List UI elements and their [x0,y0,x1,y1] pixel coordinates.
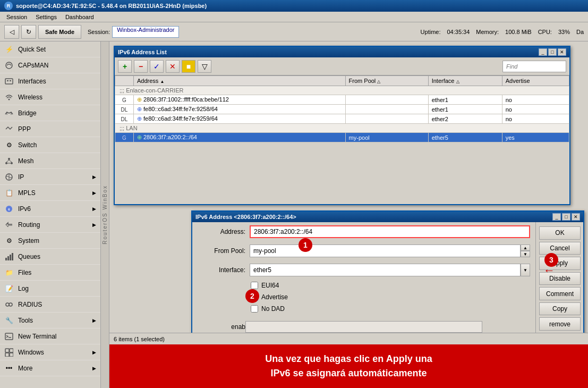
app-icon: R [4,2,13,10]
filter-button[interactable]: ▽ [198,60,211,73]
section-carrier-label: ;;; Enlace-con-CARRIER [115,86,569,95]
row-flag: DL [115,105,134,114]
ipv6-table-container: Address ▲ From Pool △ Interface △ Advert… [115,75,569,142]
from-pool-down[interactable]: ▼ [521,251,530,257]
svg-rect-25 [5,349,9,352]
enable-input[interactable] [245,321,482,333]
cpu-value: 33% [558,29,570,35]
status-text: 6 items (1 selected) [114,336,165,342]
sidebar-item-ppp[interactable]: PPP [0,121,100,137]
capsman-icon [4,61,14,70]
cancel-button[interactable]: Cancel [539,242,581,255]
safe-mode-button[interactable]: Safe Mode [38,25,81,39]
sidebar-item-radius[interactable]: RADIUS [0,297,100,313]
comment-button[interactable]: Comment [539,287,581,300]
sidebar-label-ppp: PPP [18,125,31,133]
callout-text: Una vez que hagas clic en Apply unaIPv6 … [265,352,432,381]
table-row[interactable]: G ⊕2806:3f7:1002::ffff:f0ca:bebe/112 eth… [115,95,569,105]
sidebar-item-more[interactable]: ••• More ▶ [0,360,100,376]
sidebar-item-new-terminal[interactable]: New Terminal [0,328,100,344]
no-dad-checkbox[interactable] [251,305,258,313]
sidebar-item-files[interactable]: 📁 Files [0,265,100,281]
sidebar-label-wireless: Wireless [18,94,42,101]
add-button[interactable]: + [118,60,132,73]
col-advertise[interactable]: Advertise [502,76,569,86]
sidebar-item-capsman[interactable]: CAPsMAN [0,57,100,73]
detail-maximize[interactable]: □ [562,213,570,221]
quick-set-icon: ⚡ [4,45,14,54]
ipv6-list-minimize[interactable]: _ [539,48,547,56]
remove-button[interactable]: remove [539,317,581,331]
col-from-pool[interactable]: From Pool △ [345,76,428,86]
sidebar-item-ip[interactable]: IP ▶ [0,169,100,185]
from-pool-input[interactable] [250,244,521,257]
ipv6-list-toolbar: + − ✓ ✕ ■ ▽ [115,57,569,75]
ipv6-list-window: IPv6 Address List _ □ ✕ + − ✓ ✕ ■ ▽ [114,46,570,205]
eui64-checkbox[interactable] [251,282,258,289]
sidebar-item-system[interactable]: ⚙ System [0,233,100,249]
sidebar-item-queues[interactable]: Queues [0,249,100,265]
sidebar-label-ip: IP [18,173,24,181]
sidebar-item-tools[interactable]: 🔧 Tools ▶ [0,313,100,328]
remove-button[interactable]: − [134,60,148,73]
address-input[interactable] [250,225,530,238]
radius-icon [4,300,14,309]
session-value: Winbox-Administrador [112,26,179,38]
from-pool-spin: ▲ ▼ [521,244,530,257]
table-row[interactable]: DL ⊕fe80::c6ad:34ff:fe7e:9258/64 ether1 … [115,105,569,114]
ok-button[interactable]: OK [539,226,581,240]
sidebar-item-bridge[interactable]: Bridge [0,105,100,121]
interfaces-icon [4,77,14,86]
ipv6-list-close[interactable]: ✕ [558,48,566,56]
detail-minimize[interactable]: _ [552,213,561,221]
sidebar-item-mesh[interactable]: Mesh [0,153,100,169]
find-input[interactable] [502,61,566,72]
menu-dashboard[interactable]: Dashboard [61,13,98,21]
menu-settings[interactable]: Settings [31,13,61,21]
table-row[interactable]: DL ⊕fe80::c6ad:34ff:fe7e:9259/64 ether2 … [115,114,569,124]
from-pool-label: From Pool: [198,247,245,255]
svg-rect-19 [10,255,11,260]
table-row-selected[interactable]: G ⊕2806:3f7:a200:2::/64 my-pool ether5 y… [115,133,569,142]
mpls-arrow: ▶ [92,190,96,196]
back-button[interactable]: ◁ [4,25,19,39]
col-address[interactable]: Address ▲ [134,76,346,86]
sidebar-label-interfaces: Interfaces [18,78,46,85]
toolbar: ◁ ↻ Safe Mode Session: Winbox-Administra… [0,22,588,41]
svg-rect-20 [12,253,13,260]
copy-button[interactable]: Copy [539,302,581,316]
svg-rect-28 [10,353,13,357]
move-button[interactable]: ■ [182,60,195,73]
log-icon: 📝 [4,284,14,293]
sidebar-item-routing[interactable]: Routing ▶ [0,217,100,233]
ipv6-list-maximize[interactable]: □ [548,48,557,56]
eui64-label: EUI64 [261,282,279,289]
svg-rect-17 [5,258,7,260]
delete-button[interactable]: ✕ [166,60,180,73]
col-interface[interactable]: Interface △ [428,76,502,86]
interface-dropdown[interactable]: ▼ [521,264,530,276]
uptime-value: 04:35:34 [447,29,470,35]
right-buttons: OK Cancel Apply Disable Comment Copy rem… [535,222,583,335]
sidebar-item-windows[interactable]: Windows ▶ [0,344,100,360]
interface-input[interactable] [250,264,521,276]
forward-button[interactable]: ↻ [21,25,36,39]
sidebar-item-interfaces[interactable]: Interfaces [0,73,100,89]
no-dad-label: No DAD [261,305,285,313]
col-flag[interactable] [115,76,134,86]
sidebar-item-wireless[interactable]: Wireless [0,89,100,105]
svg-point-0 [6,62,12,69]
sidebar-item-mpls[interactable]: 📋 MPLS ▶ [0,185,100,201]
sidebar-item-ipv6[interactable]: 6 IPv6 ▶ [0,201,100,217]
badge-1: 1 [299,238,312,252]
sidebar-item-switch[interactable]: ⚙ Switch [0,137,100,153]
sidebar-item-quick-set[interactable]: ⚡ Quick Set [0,41,100,57]
sidebar-item-log[interactable]: 📝 Log [0,281,100,297]
edit-button[interactable]: ✓ [150,60,164,73]
queues-icon [4,252,14,262]
detail-close[interactable]: ✕ [572,213,580,221]
sidebar-label-mpls: MPLS [18,189,36,197]
title-bar: R soporte@C4:AD:34:7E:92:5C - 5.48.4 on … [0,0,588,12]
menu-session[interactable]: Session [2,13,31,21]
from-pool-up[interactable]: ▲ [521,244,530,251]
